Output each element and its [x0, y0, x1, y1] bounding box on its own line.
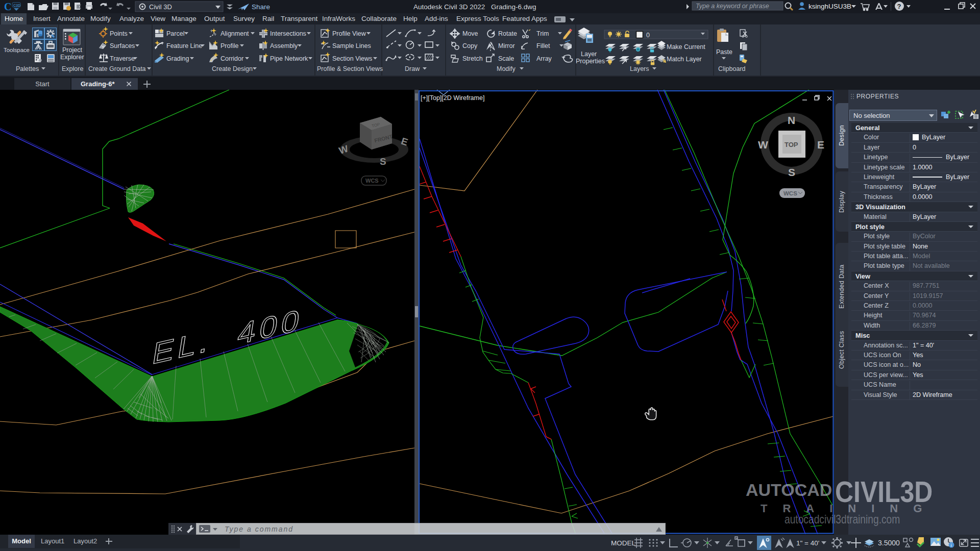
svg-text:Create Design: Create Design	[212, 65, 253, 72]
svg-text:Traverse: Traverse	[110, 55, 135, 62]
svg-text:Clipboard: Clipboard	[718, 65, 746, 72]
svg-text:W: W	[758, 139, 768, 151]
svg-text:3.5000: 3.5000	[878, 539, 900, 547]
svg-text:Modify: Modify	[497, 65, 516, 72]
svg-text:Parcel: Parcel	[166, 30, 184, 37]
svg-text:Profile: Profile	[220, 42, 238, 49]
svg-text:Explorer: Explorer	[60, 54, 84, 61]
svg-text:Palettes: Palettes	[16, 65, 39, 72]
svg-text:Fillet: Fillet	[536, 42, 550, 49]
svg-text:E: E	[400, 136, 409, 148]
svg-text:Corridor: Corridor	[220, 55, 243, 62]
svg-text:Profile & Section Views: Profile & Section Views	[317, 65, 383, 72]
svg-text:Section Views: Section Views	[332, 55, 372, 62]
svg-text:WCS: WCS	[783, 190, 797, 196]
svg-text:?: ?	[897, 3, 901, 10]
svg-text:Rotate: Rotate	[498, 30, 517, 37]
svg-text:Draw: Draw	[405, 65, 420, 72]
svg-text:Share: Share	[252, 3, 270, 11]
svg-text:C: C	[4, 1, 11, 12]
svg-text:Sample Lines: Sample Lines	[332, 42, 371, 49]
svg-text:TOP: TOP	[785, 141, 798, 148]
svg-text:C3D: C3D	[13, 4, 20, 7]
svg-text:Make Current: Make Current	[667, 43, 705, 51]
svg-text:WCS: WCS	[365, 178, 379, 184]
svg-text:[+][Top][2D Wireframe]: [+][Top][2D Wireframe]	[421, 94, 484, 102]
svg-text:Alignment: Alignment	[220, 30, 249, 37]
svg-text:Match Layer: Match Layer	[667, 56, 702, 63]
svg-text:S: S	[380, 156, 386, 167]
svg-text:Scale: Scale	[498, 55, 514, 62]
svg-text:Profile View: Profile View	[332, 30, 366, 37]
svg-text:Layer: Layer	[581, 51, 597, 58]
svg-text:Stretch: Stretch	[462, 55, 483, 62]
svg-text:1" = 40': 1" = 40'	[796, 539, 819, 547]
svg-text:i: i	[951, 543, 952, 548]
svg-text:Create Ground Data: Create Ground Data	[88, 65, 146, 72]
svg-text:Project: Project	[62, 46, 82, 54]
svg-text:Toolspace: Toolspace	[4, 47, 30, 53]
svg-text:Type a keyword or phrase: Type a keyword or phrase	[696, 3, 769, 10]
svg-text:E: E	[817, 139, 824, 151]
svg-text:Trim: Trim	[536, 30, 549, 37]
svg-text:MODEL: MODEL	[611, 539, 636, 547]
svg-text:Move: Move	[462, 30, 478, 37]
svg-text:N: N	[788, 114, 795, 126]
svg-text:Layers: Layers	[630, 65, 649, 72]
svg-text:Mirror: Mirror	[498, 42, 515, 49]
svg-text:Surfaces: Surfaces	[110, 42, 135, 49]
svg-text:Intersections: Intersections	[270, 30, 306, 37]
svg-text:Autodesk Civil 3D 2022: Autodesk Civil 3D 2022	[413, 3, 485, 11]
svg-text:Properties: Properties	[576, 58, 605, 65]
svg-text:Grading-6.dwg: Grading-6.dwg	[491, 3, 536, 11]
svg-text:Array: Array	[536, 55, 552, 62]
svg-text:Points: Points	[110, 30, 128, 37]
svg-text:Grading: Grading	[166, 55, 189, 62]
svg-text:Civil 3D: Civil 3D	[149, 3, 172, 11]
svg-text:0: 0	[646, 32, 650, 39]
svg-text:Feature Line: Feature Line	[166, 42, 202, 49]
svg-text:Explore: Explore	[62, 65, 83, 72]
svg-text:Paste: Paste	[716, 48, 732, 56]
svg-text:Copy: Copy	[462, 42, 478, 49]
svg-text:ksinghUSU3B: ksinghUSU3B	[808, 3, 851, 10]
svg-text:Pipe Network: Pipe Network	[270, 55, 308, 62]
svg-text:S: S	[788, 166, 795, 178]
svg-text:Assembly: Assembly	[270, 42, 298, 49]
